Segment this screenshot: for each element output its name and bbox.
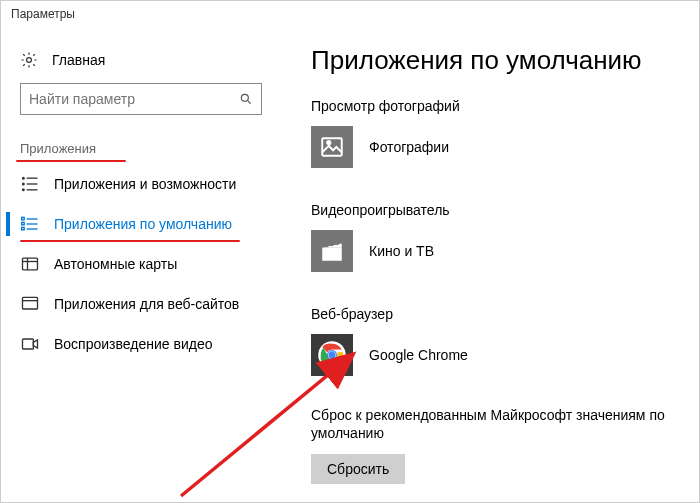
- video-player-heading: Видеопроигрыватель: [311, 202, 684, 218]
- window-titlebar: Параметры: [1, 1, 699, 31]
- sidebar-item-apps-websites[interactable]: Приложения для веб-сайтов: [16, 284, 266, 324]
- svg-point-32: [329, 352, 336, 359]
- web-browser-heading: Веб-браузер: [311, 306, 684, 322]
- photo-viewer-app[interactable]: Фотографии: [311, 126, 684, 168]
- photos-icon: [311, 126, 353, 168]
- reset-button[interactable]: Сбросить: [311, 454, 405, 484]
- svg-point-1: [241, 94, 248, 101]
- sidebar-item-label: Приложения по умолчанию: [54, 216, 232, 232]
- map-icon: [20, 254, 40, 274]
- search-input[interactable]: [29, 91, 239, 107]
- movies-tv-icon: [311, 230, 353, 272]
- photo-viewer-heading: Просмотр фотографий: [311, 98, 684, 114]
- svg-rect-18: [23, 297, 38, 309]
- svg-rect-12: [22, 217, 25, 220]
- chrome-icon: [311, 334, 353, 376]
- svg-rect-27: [331, 243, 334, 247]
- svg-rect-26: [325, 244, 328, 248]
- sidebar-item-label: Приложения и возможности: [54, 176, 236, 192]
- sidebar-item-apps-features[interactable]: Приложения и возможности: [16, 164, 266, 204]
- web-browser-app[interactable]: Google Chrome: [311, 334, 684, 376]
- reset-label: Сброс к рекомендованным Майкрософт значе…: [311, 406, 684, 442]
- svg-rect-14: [22, 227, 25, 230]
- sidebar: Главная Приложения Приложения и возможно…: [16, 41, 286, 484]
- svg-line-2: [247, 100, 250, 103]
- page-title: Приложения по умолчанию: [311, 45, 684, 76]
- main-content: Приложения по умолчанию Просмотр фотогра…: [286, 41, 684, 484]
- svg-rect-24: [322, 248, 342, 261]
- sidebar-item-default-apps[interactable]: Приложения по умолчанию: [16, 204, 266, 244]
- svg-point-8: [23, 189, 25, 191]
- website-icon: [20, 294, 40, 314]
- svg-rect-22: [322, 138, 342, 155]
- home-label: Главная: [52, 52, 105, 68]
- sidebar-item-label: Приложения для веб-сайтов: [54, 296, 239, 312]
- video-player-app[interactable]: Кино и ТВ: [311, 230, 684, 272]
- svg-point-7: [23, 183, 25, 185]
- sidebar-item-label: Автономные карты: [54, 256, 177, 272]
- app-label: Google Chrome: [369, 347, 468, 363]
- svg-point-23: [327, 141, 330, 144]
- video-icon: [20, 334, 40, 354]
- svg-point-6: [23, 177, 25, 179]
- svg-rect-15: [23, 258, 38, 270]
- svg-rect-20: [23, 339, 34, 349]
- svg-point-0: [27, 58, 32, 63]
- gear-icon: [20, 51, 38, 69]
- list-icon: [20, 174, 40, 194]
- window-title: Параметры: [11, 7, 75, 21]
- app-label: Кино и ТВ: [369, 243, 434, 259]
- sidebar-item-label: Воспроизведение видео: [54, 336, 212, 352]
- home-button[interactable]: Главная: [16, 41, 266, 83]
- svg-rect-13: [22, 222, 25, 225]
- search-icon: [239, 92, 253, 106]
- defaults-icon: [20, 214, 40, 234]
- sidebar-item-video-playback[interactable]: Воспроизведение видео: [16, 324, 266, 364]
- app-label: Фотографии: [369, 139, 449, 155]
- sidebar-item-offline-maps[interactable]: Автономные карты: [16, 244, 266, 284]
- search-box[interactable]: [20, 83, 262, 115]
- section-label: Приложения: [16, 135, 266, 164]
